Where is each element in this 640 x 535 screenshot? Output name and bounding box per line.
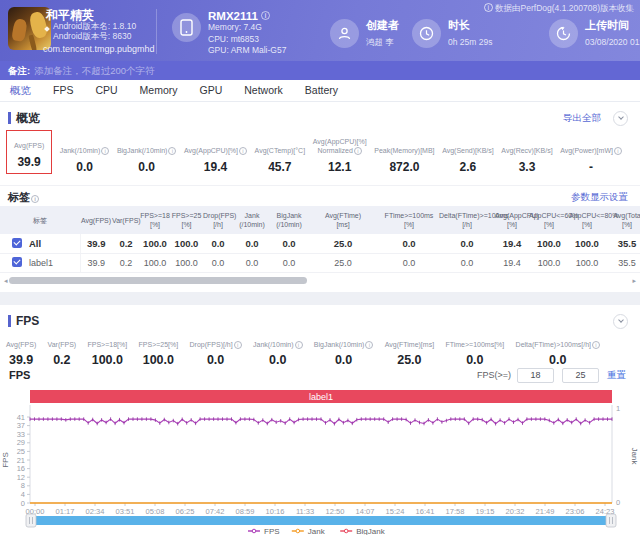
metric-Avg-Send-KB-s-: Avg(Send)[KB/s]2.6 <box>442 134 494 174</box>
slider-handle[interactable] <box>26 514 36 527</box>
metric-FPS-18-: FPS>=18[%]100.0 <box>88 333 128 367</box>
labels-info-icon[interactable]: i <box>31 195 39 203</box>
metric-FPS-25-: FPS>=25[%]100.0 <box>139 333 179 367</box>
svg-text:06:25: 06:25 <box>176 507 195 516</box>
fps-collapse-button[interactable] <box>613 314 628 329</box>
svg-text:07:42: 07:42 <box>206 507 225 516</box>
tab-Network[interactable]: Network <box>244 80 283 101</box>
info-icon[interactable]: i <box>234 341 242 349</box>
tab-CPU[interactable]: CPU <box>95 80 117 101</box>
col-header: AppCPU<=80%[%] <box>569 206 605 234</box>
legend-label-FPS: FPS <box>264 527 280 535</box>
metric-FTime-100ms-: FTime>=100ms[%]0.0 <box>445 333 504 367</box>
tab-Battery[interactable]: Battery <box>305 80 338 101</box>
col-header: Avg(FTime)[ms] <box>307 206 379 234</box>
info-icon[interactable]: i <box>239 147 247 155</box>
col-header: BigJank(/10min) <box>271 206 307 234</box>
svg-text:01:17: 01:17 <box>56 507 75 516</box>
slider-handle[interactable] <box>606 514 616 527</box>
table-horizontal-scrollbar[interactable]: ◂ ▸ <box>2 276 638 286</box>
creator-label: 创建者 <box>366 18 399 33</box>
svg-text:21:49: 21:49 <box>536 507 555 516</box>
package-name: com.tencent.tmgp.pubgmhd <box>43 44 155 54</box>
tab-Memory[interactable]: Memory <box>140 80 178 101</box>
col-header: Delta(FTime)>=100ms[/h] <box>439 206 495 234</box>
chart-range-slider[interactable] <box>30 516 612 525</box>
duration-icon <box>412 19 441 48</box>
collect-note: 数据由PerfDog(4.1.200708)版本收集 <box>495 3 634 13</box>
info-icon[interactable]: i <box>295 341 303 349</box>
tab-GPU[interactable]: GPU <box>200 80 223 101</box>
info-icon[interactable]: i <box>614 147 622 155</box>
report-header: 和平精英 Android版本名: 1.8.10 Android版本号: 8630… <box>0 0 640 61</box>
checkbox-checked[interactable] <box>12 257 22 267</box>
tab-概览[interactable]: 概览 <box>10 80 31 101</box>
scroll-right-arrow-icon[interactable]: ▸ <box>632 276 636 286</box>
overview-section-title: 概览 <box>16 110 563 127</box>
col-header: Avg(AppCPU)[%] <box>495 206 529 234</box>
device-icon <box>172 13 201 42</box>
col-header: Var(FPS) <box>112 206 140 234</box>
checkbox-checked[interactable] <box>12 238 22 248</box>
overview-metrics: Avg(FPS)39.9Jank(/10min)i0.0BigJank(/10m… <box>0 128 640 185</box>
metric-Jank-10min-: Jank(/10min)i0.0 <box>253 333 302 367</box>
col-header: AppCPU<=60%[%] <box>529 206 569 234</box>
export-all-link[interactable]: 导出全部 <box>563 112 601 125</box>
device-cpu: CPU: mt6853 <box>208 34 286 46</box>
creator-icon <box>330 19 359 48</box>
svg-text:03:51: 03:51 <box>116 507 135 516</box>
tab-bar: 概览FPSCPUMemoryGPUNetworkBattery <box>0 80 640 102</box>
device-info-icon[interactable]: i <box>261 11 270 20</box>
col-header: 标签 <box>0 206 80 234</box>
y2-axis-title: Jank <box>630 448 639 466</box>
col-header: FTime>=100ms[%] <box>379 206 439 234</box>
col-header: FPS>=25[%] <box>170 206 203 234</box>
legend-label-BigJank: BigJank <box>356 527 385 535</box>
info-icon[interactable]: i <box>101 147 109 155</box>
metric-Drop-FPS-h-: Drop(FPS)[/h]i0.0 <box>190 333 242 367</box>
table-row-All: All39.90.2100.0100.00.00.00.025.00.00.01… <box>0 234 640 253</box>
label-band-text: label1 <box>309 392 333 402</box>
fps-chart-title: FPS <box>9 369 477 381</box>
col-header: Avg(FPS) <box>80 206 112 234</box>
metric-Avg-FPS-: Avg(FPS)39.9 <box>6 130 52 174</box>
reset-button[interactable]: 重置 <box>607 369 626 382</box>
metric-Avg-FTime-ms-: Avg(FTime)[ms]25.0 <box>385 333 434 367</box>
upload-value: 03/08/2020 01:31:25 <box>585 37 640 47</box>
svg-text:20:32: 20:32 <box>506 507 525 516</box>
col-header: Jank(/10min) <box>233 206 271 234</box>
metric-Avg-FPS-: Avg(FPS)39.9 <box>6 333 36 367</box>
svg-text:08:59: 08:59 <box>236 507 255 516</box>
metric-Avg-Recv-KB-s-: Avg(Recv)[KB/s]3.3 <box>501 134 552 174</box>
chevron-down-icon <box>618 114 624 120</box>
svg-text:0: 0 <box>616 498 620 507</box>
fps-threshold-high-input[interactable] <box>562 368 599 383</box>
legend-label-Jank: Jank <box>308 527 326 535</box>
labels-section-title: 标签 <box>8 191 30 203</box>
creator-name: 鸿超 李 <box>366 37 399 49</box>
info-icon[interactable]: i <box>365 341 373 349</box>
section-accent-bar <box>8 315 11 327</box>
fps-card: FPS Avg(FPS)39.9Var(FPS)0.2FPS>=18[%]100… <box>0 305 640 535</box>
collect-info-icon: i <box>484 3 493 12</box>
metric-BigJank-10min-: BigJank(/10min)i0.0 <box>117 134 177 174</box>
fps-threshold-low-input[interactable] <box>517 368 554 383</box>
info-icon[interactable]: i <box>592 341 600 349</box>
info-icon[interactable]: i <box>354 147 362 155</box>
display-settings-link[interactable]: 参数显示设置 <box>571 191 628 204</box>
svg-text:02:34: 02:34 <box>86 507 105 516</box>
metric-Peak-Memory-MB-: Peak(Memory)[MB]872.0 <box>374 134 434 174</box>
scrollbar-thumb[interactable] <box>9 277 307 284</box>
scroll-left-arrow-icon[interactable]: ◂ <box>4 276 8 286</box>
svg-text:05:08: 05:08 <box>146 507 165 516</box>
fps-chart[interactable]: label1413733292521161284010FPSJank00:000… <box>0 383 640 535</box>
svg-text:1: 1 <box>616 404 620 413</box>
info-icon[interactable]: i <box>168 147 176 155</box>
remark-bar[interactable]: 备注:添加备注，不超过200个字符 <box>0 61 640 80</box>
overview-collapse-button[interactable] <box>613 111 628 126</box>
remark-label: 备注: <box>8 65 30 76</box>
svg-text:0: 0 <box>21 499 25 508</box>
metric-Avg-CTemp-C-: Avg(CTemp)[°C]45.7 <box>255 134 306 174</box>
metric-Var-FPS-: Var(FPS)0.2 <box>48 333 77 367</box>
tab-FPS[interactable]: FPS <box>53 80 73 101</box>
